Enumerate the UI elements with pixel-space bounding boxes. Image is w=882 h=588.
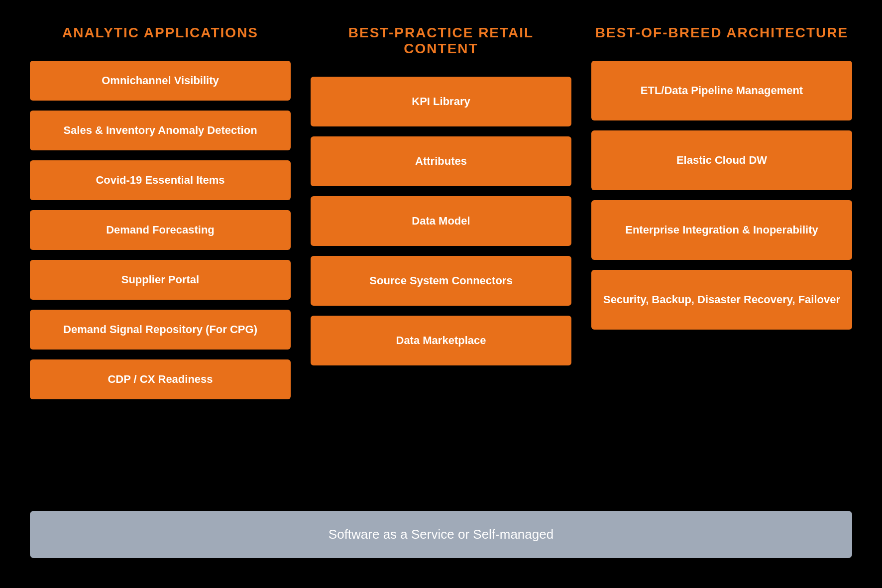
item-security-backup: Security, Backup, Disaster Recovery, Fai… xyxy=(591,270,852,330)
item-source-system-connectors: Source System Connectors xyxy=(311,256,571,306)
columns-area: ANALYTIC APPLICATIONS Omnichannel Visibi… xyxy=(30,20,852,493)
item-kpi-library: KPI Library xyxy=(311,77,571,126)
col-items-best-practice: KPI Library Attributes Data Model Source… xyxy=(311,77,571,493)
footer-bar: Software as a Service or Self-managed xyxy=(30,511,852,558)
column-best-practice: BEST-PRACTICE RETAIL CONTENT KPI Library… xyxy=(311,20,571,493)
col-header-analytic: ANALYTIC APPLICATIONS xyxy=(30,20,291,46)
item-supplier-portal: Supplier Portal xyxy=(30,260,291,300)
col-header-best-of-breed: BEST-OF-BREED ARCHITECTURE xyxy=(591,20,852,46)
col-header-best-practice: BEST-PRACTICE RETAIL CONTENT xyxy=(311,20,571,62)
item-covid-essential: Covid-19 Essential Items xyxy=(30,160,291,200)
item-cdp-cx-readiness: CDP / CX Readiness xyxy=(30,359,291,399)
page-container: ANALYTIC APPLICATIONS Omnichannel Visibi… xyxy=(0,0,882,588)
item-attributes: Attributes xyxy=(311,136,571,186)
column-best-of-breed: BEST-OF-BREED ARCHITECTURE ETL/Data Pipe… xyxy=(591,20,852,493)
item-data-model: Data Model xyxy=(311,196,571,246)
item-etl-data-pipeline: ETL/Data Pipeline Management xyxy=(591,61,852,120)
col-items-best-of-breed: ETL/Data Pipeline Management Elastic Clo… xyxy=(591,61,852,493)
item-demand-signal-repo: Demand Signal Repository (For CPG) xyxy=(30,310,291,350)
item-enterprise-integration: Enterprise Integration & Inoperability xyxy=(591,200,852,260)
item-sales-inventory-anomaly: Sales & Inventory Anomaly Detection xyxy=(30,111,291,150)
item-omnichannel-visibility: Omnichannel Visibility xyxy=(30,61,291,101)
item-elastic-cloud-dw: Elastic Cloud DW xyxy=(591,130,852,190)
column-analytic-applications: ANALYTIC APPLICATIONS Omnichannel Visibi… xyxy=(30,20,291,493)
item-demand-forecasting: Demand Forecasting xyxy=(30,210,291,250)
col-items-analytic: Omnichannel Visibility Sales & Inventory… xyxy=(30,61,291,493)
item-data-marketplace: Data Marketplace xyxy=(311,316,571,365)
